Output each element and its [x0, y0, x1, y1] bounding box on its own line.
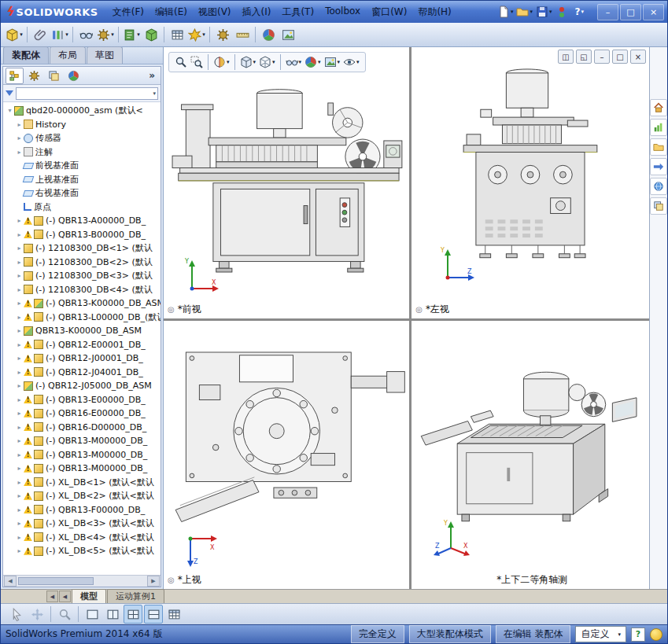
- expand-arrow-icon[interactable]: ▸: [15, 121, 24, 128]
- custom-properties-icon[interactable]: [650, 197, 667, 215]
- expand-arrow-icon[interactable]: ▸: [15, 314, 24, 321]
- menu-toolbox[interactable]: Toolbox: [319, 3, 366, 21]
- tree-item[interactable]: 原点: [3, 201, 161, 215]
- expand-arrow-icon[interactable]: ▸: [15, 369, 24, 376]
- configurationmanager-tab-icon[interactable]: [45, 68, 63, 84]
- hide-show-items-icon[interactable]: ▾: [285, 55, 303, 69]
- tree-item[interactable]: ▸!(-) QBR16-D00000_DB_: [3, 421, 161, 435]
- dropdown-caret-icon[interactable]: ▾: [137, 31, 140, 38]
- dropdown-caret-icon[interactable]: ▾: [318, 59, 321, 65]
- tree-item[interactable]: ▸!(-) QBR12-J00001_DB_: [3, 351, 161, 366]
- close-doc-button[interactable]: ×: [630, 50, 646, 64]
- design-library-icon[interactable]: [650, 119, 667, 136]
- expand-arrow-icon[interactable]: ▸: [15, 534, 24, 541]
- menu-help[interactable]: 帮助(H): [412, 3, 456, 21]
- scrollbar-track[interactable]: [17, 576, 147, 586]
- insert-component-icon[interactable]: ▾: [5, 25, 24, 44]
- custom-dropdown[interactable]: 自定义▾: [575, 626, 626, 642]
- tab-assembly[interactable]: 装配体: [3, 46, 49, 64]
- tree-item[interactable]: 上视基准面: [3, 173, 161, 187]
- tree-item[interactable]: ▸!(-) QBR13-A00000_DB_: [3, 214, 161, 228]
- expand-arrow-icon[interactable]: ▸: [15, 286, 24, 293]
- help-button[interactable]: ?▾: [570, 3, 589, 20]
- attachment-icon[interactable]: [31, 25, 50, 44]
- display-style-icon[interactable]: ▾: [258, 55, 276, 69]
- expand-arrow-icon[interactable]: ▾: [6, 107, 14, 114]
- menu-window[interactable]: 窗口(W): [366, 3, 412, 21]
- dropdown-caret-icon[interactable]: ▾: [530, 9, 533, 15]
- tree-item[interactable]: 右视基准面: [3, 186, 161, 201]
- tab-layout[interactable]: 布局: [50, 46, 86, 64]
- tree-item[interactable]: ▸!(-) XL_DB<3> (默认<默认: [3, 517, 161, 531]
- interference-detection-icon[interactable]: [213, 25, 232, 44]
- panel-overflow-button[interactable]: »: [146, 70, 158, 81]
- dropdown-caret-icon[interactable]: ▾: [65, 31, 68, 38]
- expand-arrow-icon[interactable]: ▸: [15, 355, 24, 362]
- connection-status-icon[interactable]: [554, 3, 570, 20]
- new-document-icon[interactable]: ▾: [496, 3, 515, 20]
- assembly-features-icon[interactable]: ▾: [96, 25, 115, 44]
- filter-input[interactable]: [17, 89, 151, 98]
- view-palette-icon[interactable]: [650, 158, 667, 175]
- expand-arrow-icon[interactable]: ▸: [15, 479, 24, 486]
- tip-of-day-icon[interactable]: [650, 628, 662, 641]
- save-icon[interactable]: ▾: [534, 3, 554, 20]
- expand-arrow-icon[interactable]: ▸: [15, 492, 24, 499]
- minimize-button[interactable]: –: [597, 4, 618, 20]
- expand-arrow-icon[interactable]: ▸: [15, 245, 24, 252]
- view-orientation-icon[interactable]: ▾: [239, 55, 257, 69]
- motion-study-icon[interactable]: [142, 25, 161, 44]
- scene-icon[interactable]: [279, 25, 297, 44]
- appearance-icon[interactable]: [259, 25, 278, 44]
- tree-item[interactable]: ▸!(-) QBR13-L00000_DB_(默认: [3, 311, 161, 325]
- expand-arrow-icon[interactable]: ▸: [15, 506, 24, 513]
- expand-arrow-icon[interactable]: ▸: [15, 217, 24, 224]
- zoom-fit-icon[interactable]: [174, 55, 188, 69]
- scroll-left-icon[interactable]: ◀: [4, 576, 17, 587]
- viewport-left[interactable]: YZ ◎ *左视: [412, 47, 649, 318]
- expand-arrow-icon[interactable]: ▸: [15, 134, 24, 142]
- tree-item[interactable]: ▸!(-) QBR13-K00000_DB_ASM: [3, 296, 161, 311]
- expand-arrow-icon[interactable]: ▸: [15, 547, 24, 554]
- expand-arrow-icon[interactable]: ▸: [15, 437, 24, 444]
- minimize-doc-button[interactable]: –: [594, 50, 610, 64]
- tree-item[interactable]: ▸(-) 12108300_DB<3> (默认: [3, 269, 161, 283]
- viewport-selector2-icon[interactable]: ◱: [576, 50, 592, 64]
- four-viewport-icon[interactable]: [124, 605, 142, 624]
- file-explorer-icon[interactable]: [650, 138, 667, 156]
- solidworks-resources-icon[interactable]: [650, 99, 667, 116]
- propertymanager-tab-icon[interactable]: [25, 68, 43, 84]
- expand-arrow-icon[interactable]: ▸: [15, 149, 24, 156]
- dropdown-caret-icon[interactable]: ▾: [111, 31, 114, 38]
- tree-item[interactable]: ▸History: [3, 118, 161, 132]
- tree-item[interactable]: ▸QBR13-K00000_DB_ASM: [3, 324, 161, 338]
- tree-item[interactable]: ▸!(-) XL_DB<1> (默认<默认: [3, 476, 161, 490]
- viewport-top[interactable]: XZ ◎ *上视: [164, 321, 409, 590]
- dropdown-caret-icon[interactable]: ▾: [356, 59, 360, 65]
- tree-item[interactable]: 前视基准面: [3, 159, 161, 173]
- displaymanager-tab-icon[interactable]: [65, 68, 83, 84]
- apply-scene-icon[interactable]: ▾: [323, 55, 341, 69]
- expand-arrow-icon[interactable]: ▸: [15, 424, 24, 431]
- restore-button[interactable]: □: [620, 4, 641, 20]
- scroll-right-icon[interactable]: ▶: [147, 576, 160, 587]
- tree-item[interactable]: ▸!(-) QBR12-J04001_DB_: [3, 366, 161, 380]
- tab-sketch[interactable]: 草图: [87, 46, 123, 64]
- two-viewport-icon[interactable]: [103, 605, 122, 624]
- expand-arrow-icon[interactable]: ▸: [15, 451, 24, 458]
- expand-arrow-icon[interactable]: ▸: [15, 520, 24, 527]
- expand-arrow-icon[interactable]: ▸: [15, 382, 24, 389]
- tree-item[interactable]: ▸!(-) QBR13-M00000_DB_: [3, 434, 161, 448]
- tree-item[interactable]: ▸!(-) QBR16-E00000_DB_: [3, 407, 161, 421]
- dropdown-caret-icon[interactable]: ▾: [202, 31, 205, 38]
- expand-arrow-icon[interactable]: ▸: [15, 396, 24, 403]
- dropdown-caret-icon[interactable]: ▾: [511, 9, 514, 15]
- tab-motion-study[interactable]: 运动算例1: [107, 589, 164, 603]
- expand-arrow-icon[interactable]: ▸: [15, 259, 24, 266]
- expand-arrow-icon[interactable]: ▸: [15, 300, 24, 307]
- menu-edit[interactable]: 编辑(E): [149, 3, 193, 21]
- edit-appearance-icon[interactable]: ▾: [304, 55, 322, 69]
- tab-model[interactable]: 模型: [72, 589, 106, 603]
- tab-scroll-icon[interactable]: ◀: [59, 591, 71, 602]
- dropdown-caret-icon[interactable]: ▾: [581, 9, 584, 15]
